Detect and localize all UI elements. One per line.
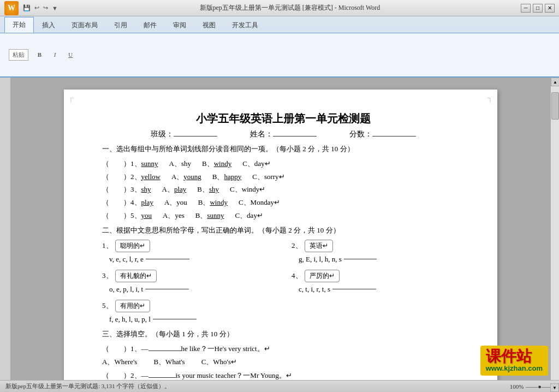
choice-c-5: C、day↵ (235, 210, 263, 222)
ribbon-italic[interactable]: I (51, 50, 60, 59)
s2-item3-letters: o, e, p, l, i, t (102, 284, 275, 294)
window-title: 新版pep五年级上册第一单元测试题 [兼容模式] - Microsoft Wor… (59, 3, 521, 13)
section2-header: 二、根据中文意思和所给字母，写出正确的单词。（每小题 2 分，共 10 分） (102, 225, 465, 236)
ribbon-bold[interactable]: B (34, 50, 45, 59)
choice-a-2: A、young (171, 171, 201, 183)
section3-items: （ ）1、—he like？一He's very strict。↵ A、Wher… (102, 343, 465, 380)
s3-item-1: （ ）1、—he like？一He's very strict。↵ (102, 343, 465, 355)
corner-mark-tr: ┐ (487, 94, 493, 103)
s2-num-1: 1、 (102, 241, 113, 251)
choice-a-4: A、you (164, 197, 187, 209)
s2-item4-letters: c, t, i, r, t, s (292, 284, 465, 294)
choice-b-2: B、happy (212, 171, 241, 183)
close-button[interactable]: ✕ (545, 4, 555, 13)
hint-bubble-5: 有用的↵ (115, 300, 150, 312)
letters-5: f, e, h, l, u, p, l (102, 314, 151, 324)
blank-4 (332, 289, 376, 289)
ribbon-content: 粘贴 B I U (0, 33, 559, 76)
tab-insert[interactable]: 插入 (34, 17, 63, 33)
s2-item-4: 4、 严厉的↵ c, t, i, r, t, s (292, 270, 465, 294)
section1-items: （ ）1、sunny A、shy B、windy C、day↵ （ ）2、yel… (102, 158, 465, 222)
s3-paren-1: （ ）1、—he like？一He's very strict。↵ (102, 345, 270, 353)
s2-item1-letters: v, e, c, l, r, e (102, 254, 275, 264)
paren-2: （ ）2、yellow (102, 171, 160, 183)
maximize-button[interactable]: □ (533, 4, 543, 13)
paren-3: （ ）3、shy (102, 184, 151, 195)
s2-row-12: 1、 聪明的↵ v, e, c, l, r, e 2、 英语↵ (102, 240, 465, 264)
s3-paren-2: （ ）2、—is your music teacher？一Mr Young。↵ (102, 371, 292, 379)
blank-3 (145, 289, 189, 289)
ribbon-tabs: 开始 插入 页面布局 引用 邮件 审阅 视图 开发工具 (0, 16, 559, 33)
status-bar: 新版pep五年级上册第一单元测试题: 3,131 个字符（近似值）。 100% … (0, 380, 559, 392)
score-field: 分数： (349, 129, 416, 139)
blank-1 (146, 259, 189, 259)
office-logo: W (4, 1, 19, 15)
tab-developer[interactable]: 开发工具 (224, 17, 266, 33)
choice-c-3: C、windy↵ (230, 184, 265, 195)
window-controls: ─ □ ✕ (521, 4, 555, 13)
tab-layout[interactable]: 页面布局 (63, 17, 106, 33)
name-blank (273, 136, 317, 136)
ribbon-underline[interactable]: U (65, 50, 76, 59)
s2-item-3: 3、 有礼貌的↵ o, e, p, l, i, t (102, 270, 275, 294)
tab-mail[interactable]: 邮件 (135, 17, 165, 33)
corner-mark-tl: ┌ (68, 94, 74, 103)
choice-a-3: A、play (162, 184, 187, 195)
choice-c-4: C、Monday↵ (239, 197, 280, 209)
s3-blank-1 (148, 351, 181, 351)
scroll-up-arrow[interactable]: ▲ (551, 78, 559, 86)
score-blank (372, 136, 416, 136)
choice-a-1: A、shy (169, 158, 191, 170)
tab-view[interactable]: 视图 (194, 17, 224, 33)
blank-2 (344, 259, 377, 259)
scroll-track[interactable] (551, 86, 559, 380)
status-text: 新版pep五年级上册第一单元测试题: 3,131 个字符（近似值）。 (5, 382, 170, 390)
tab-start[interactable]: 开始 (4, 17, 34, 33)
hint-bubble-4: 严厉的↵ (305, 270, 340, 282)
document-scroll-area[interactable]: ┌ ┐ 小学五年级英语上册第一单元检测题 班级： 姓名： 分数： 一、选出每组中… (11, 78, 550, 380)
s3-choices-1: A、Where's B、What's C、Who's↵ (102, 356, 465, 368)
dropdown-arrow[interactable]: ▼ (51, 4, 59, 12)
s1-row-5: （ ）5、you A、yes B、sunny C、day↵ (102, 210, 465, 222)
s2-num-5: 5、 (102, 301, 113, 311)
word-1: sunny (141, 159, 158, 168)
s2-item3-top: 3、 有礼貌的↵ (102, 270, 275, 282)
letters-3: o, e, p, l, i, t (102, 284, 143, 294)
name-field: 姓名： (250, 129, 317, 139)
redo-button[interactable]: ↪ (42, 4, 49, 12)
s2-num-3: 3、 (102, 271, 113, 281)
zoom-slider[interactable]: ——●—— (526, 383, 554, 390)
paren-1: （ ）1、sunny (102, 158, 158, 170)
watermark-line2: www.kjzhan.com (486, 364, 543, 372)
section3-header: 三、选择填空。（每小题 1 分，共 10 分） (102, 329, 465, 340)
watermark-line1: 课件站 (486, 349, 543, 364)
ruler-top (64, 86, 497, 87)
hint-bubble-1: 聪明的↵ (115, 240, 150, 252)
scrollbar-right[interactable]: ▲ ▼ (550, 78, 559, 380)
s3-item-2: （ ）2、—is your music teacher？一Mr Young。↵ (102, 370, 465, 380)
undo-button[interactable]: ↩ (33, 4, 40, 12)
ribbon-paste[interactable]: 粘贴 (9, 49, 28, 61)
tab-review[interactable]: 审阅 (165, 17, 194, 33)
s3-blank-2 (148, 377, 176, 378)
s2-row-5: 5、 有用的↵ f, e, h, l, u, p, l (102, 300, 465, 324)
letters-1: v, e, c, l, r, e (102, 254, 144, 264)
s3-a-1: A、Where's (102, 356, 137, 368)
scroll-down-arrow[interactable]: ▼ (550, 383, 559, 392)
s2-item1-top: 1、 聪明的↵ (102, 240, 275, 252)
tab-references[interactable]: 引用 (106, 17, 135, 33)
status-right: 100% ——●—— (510, 383, 554, 390)
paren-4: （ ）4、play (102, 197, 153, 209)
s1-row-4: （ ）4、play A、you B、windy C、Monday↵ (102, 197, 465, 209)
scroll-thumb[interactable] (551, 92, 559, 120)
ribbon: 开始 插入 页面布局 引用 邮件 审阅 视图 开发工具 粘贴 B I U (0, 16, 559, 78)
s2-num-4: 4、 (292, 271, 302, 281)
hint-bubble-3: 有礼貌的↵ (115, 270, 157, 282)
choice-b-5: B、sunny (195, 210, 224, 222)
minimize-button[interactable]: ─ (521, 4, 531, 13)
subtitle-line: 班级： 姓名： 分数： (102, 129, 465, 139)
s3-c-1: C、Who's↵ (201, 356, 237, 368)
section2-items: 1、 聪明的↵ v, e, c, l, r, e 2、 英语↵ (102, 240, 465, 324)
s3-b-1: B、What's (153, 356, 185, 368)
save-button[interactable]: 💾 (22, 4, 32, 12)
